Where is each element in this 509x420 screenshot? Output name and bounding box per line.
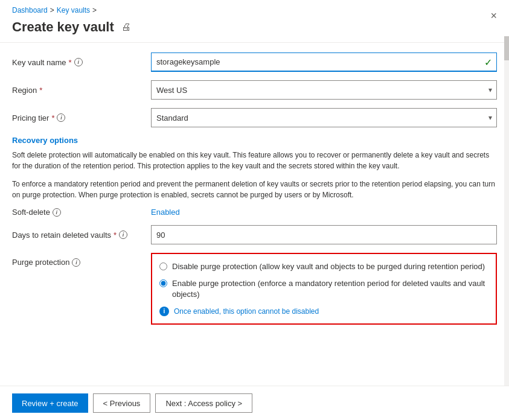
soft-delete-row: Soft-delete i Enabled [12, 208, 497, 217]
panel-header: Create key vault 🖨 × [0, 17, 509, 43]
region-label: Region * [12, 86, 151, 95]
key-vault-name-info-icon[interactable]: i [74, 58, 83, 66]
purge-protection-row: Purge protection i Disable purge protect… [12, 253, 497, 325]
enable-purge-radio[interactable] [159, 279, 167, 287]
notice-text: Once enabled, this option cannot be disa… [174, 307, 319, 316]
key-vault-name-input-wrapper: ✓ [151, 52, 497, 72]
purge-protection-box: Disable purge protection (allow key vaul… [151, 253, 497, 325]
days-info-icon[interactable]: i [119, 231, 127, 239]
breadcrumb-keyvaults[interactable]: Key vaults [57, 6, 90, 14]
purge-notice: i Once enabled, this option cannot be di… [159, 307, 488, 316]
recovery-description1: Soft delete protection will automaticall… [12, 150, 497, 171]
breadcrumb: Dashboard > Key vaults > [0, 0, 509, 17]
days-retain-label: Days to retain deleted vaults * i [12, 231, 151, 240]
pricing-tier-info-icon[interactable]: i [57, 113, 65, 122]
days-retain-row: Days to retain deleted vaults * i [12, 225, 497, 244]
soft-delete-value: Enabled [151, 208, 180, 217]
pricing-required: * [51, 113, 54, 122]
days-retain-input[interactable] [151, 225, 497, 244]
create-key-vault-panel: Dashboard > Key vaults > Create key vaul… [0, 0, 509, 420]
region-row: Region * West US East US Central US ▾ [12, 80, 497, 100]
disable-purge-radio[interactable] [159, 262, 167, 270]
purge-info-icon[interactable]: i [72, 258, 80, 267]
region-select-wrapper: West US East US Central US ▾ [151, 80, 497, 100]
footer: Review + create < Previous Next : Access… [0, 386, 509, 420]
enable-purge-option: Enable purge protection (enforce a manda… [159, 278, 488, 300]
scrollbar-track[interactable] [504, 36, 509, 386]
breadcrumb-sep2: > [92, 6, 97, 14]
validation-check-icon: ✓ [484, 57, 492, 68]
required-marker: * [69, 58, 72, 67]
recovery-description2: To enforce a mandatory retention period … [12, 179, 497, 200]
review-create-button[interactable]: Review + create [12, 393, 88, 413]
notice-info-icon: i [159, 307, 169, 316]
recovery-section: Recovery options Soft delete protection … [12, 136, 497, 200]
next-button[interactable]: Next : Access policy > [155, 393, 252, 413]
soft-delete-info-icon[interactable]: i [53, 208, 61, 217]
pricing-tier-select[interactable]: Standard Premium [151, 108, 497, 127]
key-vault-name-input[interactable] [151, 52, 497, 72]
pricing-tier-select-wrapper: Standard Premium ▾ [151, 108, 497, 127]
previous-button[interactable]: < Previous [93, 393, 151, 413]
key-vault-name-row: Key vault name * i ✓ [12, 52, 497, 72]
breadcrumb-sep1: > [50, 6, 54, 14]
purge-protection-label: Purge protection i [12, 253, 151, 267]
breadcrumb-dashboard[interactable]: Dashboard [12, 6, 48, 14]
region-select[interactable]: West US East US Central US [151, 80, 497, 100]
pricing-tier-label: Pricing tier * i [12, 113, 151, 122]
recovery-section-title: Recovery options [12, 136, 497, 145]
enable-purge-label[interactable]: Enable purge protection (enforce a manda… [172, 278, 488, 300]
region-required: * [39, 86, 42, 95]
key-vault-name-label: Key vault name * i [12, 58, 151, 67]
pin-icon[interactable]: 🖨 [121, 22, 131, 33]
days-required: * [114, 231, 117, 240]
disable-purge-label[interactable]: Disable purge protection (allow key vaul… [172, 261, 485, 272]
close-button[interactable]: × [488, 7, 499, 25]
page-title: Create key vault [12, 19, 114, 35]
form-content: Key vault name * i ✓ Region * West US Ea… [0, 43, 509, 386]
disable-purge-option: Disable purge protection (allow key vaul… [159, 261, 488, 272]
pricing-tier-row: Pricing tier * i Standard Premium ▾ [12, 108, 497, 127]
scrollbar-thumb[interactable] [504, 36, 509, 60]
soft-delete-label: Soft-delete i [12, 208, 151, 217]
